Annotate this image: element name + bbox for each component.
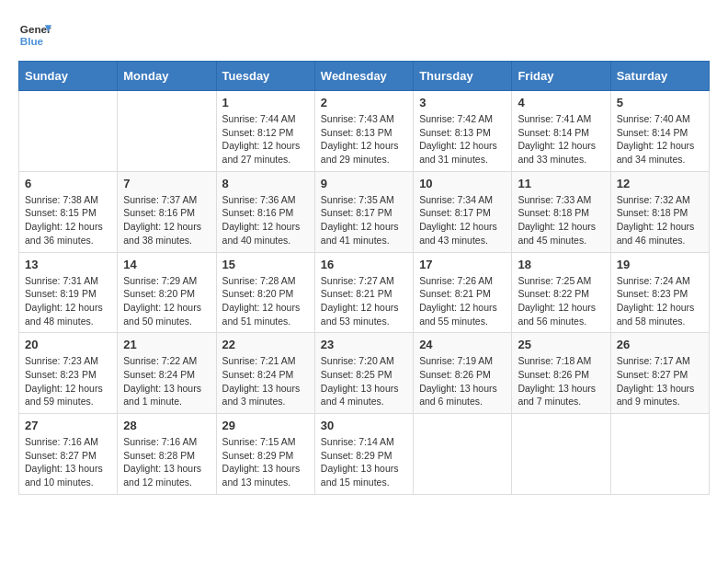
calendar-cell: 18Sunrise: 7:25 AM Sunset: 8:22 PM Dayli… xyxy=(512,252,610,333)
calendar-cell: 16Sunrise: 7:27 AM Sunset: 8:21 PM Dayli… xyxy=(314,252,413,333)
day-info: Sunrise: 7:23 AM Sunset: 8:23 PM Dayligh… xyxy=(25,354,111,408)
calendar-cell: 21Sunrise: 7:22 AM Sunset: 8:24 PM Dayli… xyxy=(118,333,216,414)
day-number: 1 xyxy=(222,96,309,109)
day-info: Sunrise: 7:16 AM Sunset: 8:27 PM Dayligh… xyxy=(25,435,111,489)
calendar-cell xyxy=(118,91,216,172)
day-info: Sunrise: 7:17 AM Sunset: 8:27 PM Dayligh… xyxy=(617,354,703,408)
day-info: Sunrise: 7:15 AM Sunset: 8:29 PM Dayligh… xyxy=(222,435,309,489)
day-number: 18 xyxy=(518,258,604,271)
calendar-cell: 28Sunrise: 7:16 AM Sunset: 8:28 PM Dayli… xyxy=(118,414,216,495)
day-number: 2 xyxy=(321,96,407,109)
calendar-table: SundayMondayTuesdayWednesdayThursdayFrid… xyxy=(18,61,710,495)
day-number: 12 xyxy=(617,177,703,190)
day-number: 4 xyxy=(518,96,604,109)
calendar-cell: 14Sunrise: 7:29 AM Sunset: 8:20 PM Dayli… xyxy=(118,252,216,333)
day-number: 23 xyxy=(321,338,407,351)
day-number: 6 xyxy=(25,177,111,190)
day-number: 16 xyxy=(321,258,407,271)
day-of-week-header: Tuesday xyxy=(216,62,314,91)
svg-text:Blue: Blue xyxy=(20,35,44,47)
day-number: 8 xyxy=(222,177,309,190)
day-of-week-header: Thursday xyxy=(414,62,512,91)
calendar-cell: 22Sunrise: 7:21 AM Sunset: 8:24 PM Dayli… xyxy=(216,333,314,414)
day-number: 10 xyxy=(419,177,506,190)
day-number: 30 xyxy=(321,419,407,432)
day-info: Sunrise: 7:27 AM Sunset: 8:21 PM Dayligh… xyxy=(321,274,407,328)
calendar-cell xyxy=(19,91,118,172)
calendar-cell: 6Sunrise: 7:38 AM Sunset: 8:15 PM Daylig… xyxy=(19,171,118,252)
calendar-cell: 12Sunrise: 7:32 AM Sunset: 8:18 PM Dayli… xyxy=(610,171,709,252)
day-info: Sunrise: 7:31 AM Sunset: 8:19 PM Dayligh… xyxy=(25,274,111,328)
day-info: Sunrise: 7:26 AM Sunset: 8:21 PM Dayligh… xyxy=(419,274,506,328)
day-number: 27 xyxy=(25,419,111,432)
calendar-cell: 17Sunrise: 7:26 AM Sunset: 8:21 PM Dayli… xyxy=(414,252,512,333)
calendar-cell: 9Sunrise: 7:35 AM Sunset: 8:17 PM Daylig… xyxy=(314,171,413,252)
day-info: Sunrise: 7:44 AM Sunset: 8:12 PM Dayligh… xyxy=(222,112,309,167)
day-of-week-header: Sunday xyxy=(19,62,118,91)
day-number: 19 xyxy=(617,258,703,271)
calendar-header-row: SundayMondayTuesdayWednesdayThursdayFrid… xyxy=(19,62,710,91)
calendar-cell: 15Sunrise: 7:28 AM Sunset: 8:20 PM Dayli… xyxy=(216,252,314,333)
page-header: General Blue xyxy=(18,18,710,52)
calendar-cell: 1Sunrise: 7:44 AM Sunset: 8:12 PM Daylig… xyxy=(216,91,314,172)
logo: General Blue xyxy=(18,18,51,52)
calendar-cell xyxy=(414,414,512,495)
day-number: 17 xyxy=(419,258,506,271)
calendar-cell: 26Sunrise: 7:17 AM Sunset: 8:27 PM Dayli… xyxy=(610,333,709,414)
calendar-week-row: 6Sunrise: 7:38 AM Sunset: 8:15 PM Daylig… xyxy=(19,171,710,252)
day-info: Sunrise: 7:37 AM Sunset: 8:16 PM Dayligh… xyxy=(123,193,210,247)
calendar-cell: 25Sunrise: 7:18 AM Sunset: 8:26 PM Dayli… xyxy=(512,333,610,414)
calendar-cell: 27Sunrise: 7:16 AM Sunset: 8:27 PM Dayli… xyxy=(19,414,118,495)
day-info: Sunrise: 7:43 AM Sunset: 8:13 PM Dayligh… xyxy=(321,112,407,167)
day-number: 11 xyxy=(518,177,604,190)
calendar-cell: 30Sunrise: 7:14 AM Sunset: 8:29 PM Dayli… xyxy=(314,414,413,495)
day-info: Sunrise: 7:41 AM Sunset: 8:14 PM Dayligh… xyxy=(518,112,604,167)
day-info: Sunrise: 7:42 AM Sunset: 8:13 PM Dayligh… xyxy=(419,112,506,167)
day-info: Sunrise: 7:32 AM Sunset: 8:18 PM Dayligh… xyxy=(617,193,703,247)
day-of-week-header: Saturday xyxy=(610,62,709,91)
day-info: Sunrise: 7:33 AM Sunset: 8:18 PM Dayligh… xyxy=(518,193,604,247)
day-info: Sunrise: 7:35 AM Sunset: 8:17 PM Dayligh… xyxy=(321,193,407,247)
calendar-cell: 13Sunrise: 7:31 AM Sunset: 8:19 PM Dayli… xyxy=(19,252,118,333)
day-info: Sunrise: 7:40 AM Sunset: 8:14 PM Dayligh… xyxy=(617,112,703,167)
day-of-week-header: Monday xyxy=(118,62,216,91)
svg-text:General: General xyxy=(20,23,51,35)
day-number: 7 xyxy=(123,177,210,190)
calendar-cell: 3Sunrise: 7:42 AM Sunset: 8:13 PM Daylig… xyxy=(414,91,512,172)
calendar-cell: 5Sunrise: 7:40 AM Sunset: 8:14 PM Daylig… xyxy=(610,91,709,172)
day-number: 26 xyxy=(617,338,703,351)
calendar-cell: 20Sunrise: 7:23 AM Sunset: 8:23 PM Dayli… xyxy=(19,333,118,414)
day-number: 20 xyxy=(25,338,111,351)
day-info: Sunrise: 7:19 AM Sunset: 8:26 PM Dayligh… xyxy=(419,354,506,408)
day-number: 28 xyxy=(123,419,210,432)
day-number: 9 xyxy=(321,177,407,190)
day-number: 14 xyxy=(123,258,210,271)
day-number: 29 xyxy=(222,419,309,432)
calendar-cell: 24Sunrise: 7:19 AM Sunset: 8:26 PM Dayli… xyxy=(414,333,512,414)
day-info: Sunrise: 7:21 AM Sunset: 8:24 PM Dayligh… xyxy=(222,354,309,408)
day-of-week-header: Wednesday xyxy=(314,62,413,91)
day-number: 25 xyxy=(518,338,604,351)
calendar-cell: 29Sunrise: 7:15 AM Sunset: 8:29 PM Dayli… xyxy=(216,414,314,495)
day-info: Sunrise: 7:29 AM Sunset: 8:20 PM Dayligh… xyxy=(123,274,210,328)
day-info: Sunrise: 7:28 AM Sunset: 8:20 PM Dayligh… xyxy=(222,274,309,328)
day-info: Sunrise: 7:22 AM Sunset: 8:24 PM Dayligh… xyxy=(123,354,210,408)
calendar-cell: 19Sunrise: 7:24 AM Sunset: 8:23 PM Dayli… xyxy=(610,252,709,333)
calendar-cell xyxy=(610,414,709,495)
day-number: 21 xyxy=(123,338,210,351)
day-info: Sunrise: 7:34 AM Sunset: 8:17 PM Dayligh… xyxy=(419,193,506,247)
day-info: Sunrise: 7:38 AM Sunset: 8:15 PM Dayligh… xyxy=(25,193,111,247)
calendar-week-row: 1Sunrise: 7:44 AM Sunset: 8:12 PM Daylig… xyxy=(19,91,710,172)
day-number: 24 xyxy=(419,338,506,351)
day-info: Sunrise: 7:14 AM Sunset: 8:29 PM Dayligh… xyxy=(321,435,407,489)
calendar-week-row: 20Sunrise: 7:23 AM Sunset: 8:23 PM Dayli… xyxy=(19,333,710,414)
calendar-week-row: 13Sunrise: 7:31 AM Sunset: 8:19 PM Dayli… xyxy=(19,252,710,333)
day-info: Sunrise: 7:24 AM Sunset: 8:23 PM Dayligh… xyxy=(617,274,703,328)
day-info: Sunrise: 7:20 AM Sunset: 8:25 PM Dayligh… xyxy=(321,354,407,408)
calendar-cell xyxy=(512,414,610,495)
day-number: 13 xyxy=(25,258,111,271)
day-info: Sunrise: 7:18 AM Sunset: 8:26 PM Dayligh… xyxy=(518,354,604,408)
calendar-cell: 2Sunrise: 7:43 AM Sunset: 8:13 PM Daylig… xyxy=(314,91,413,172)
calendar-cell: 7Sunrise: 7:37 AM Sunset: 8:16 PM Daylig… xyxy=(118,171,216,252)
calendar-cell: 23Sunrise: 7:20 AM Sunset: 8:25 PM Dayli… xyxy=(314,333,413,414)
